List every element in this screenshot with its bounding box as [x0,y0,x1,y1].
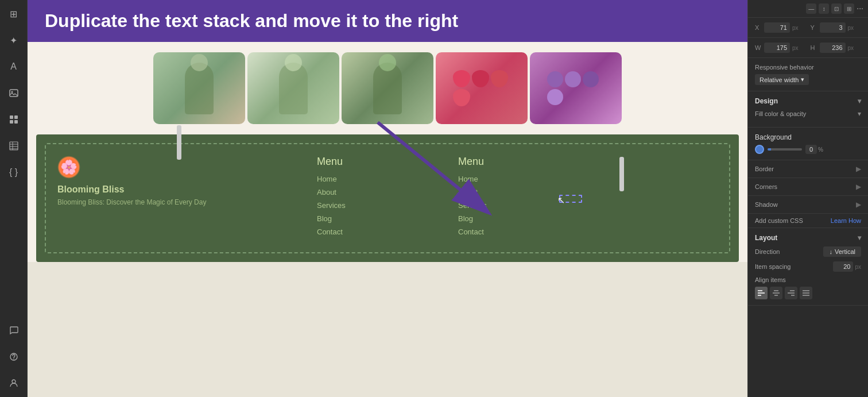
layout-section: Layout ▾ Direction ↓ Vertical Item spaci… [748,228,868,306]
footer-menu1-title: Menu [317,156,435,168]
align-center-button[interactable] [770,287,782,299]
svg-rect-16 [758,290,762,291]
tutorial-banner: Duplicate the text stack and move it to … [28,0,747,42]
align-stretch-button[interactable] [800,287,812,299]
panel-icon-2[interactable]: ↕ [819,3,829,14]
fill-row: Fill color & opacity ▾ [755,110,861,118]
panel-icon-1[interactable]: — [806,3,816,14]
direction-dropdown[interactable]: ↓ Vertical [823,246,861,257]
left-drag-handle[interactable] [177,125,181,160]
x-input[interactable] [764,22,790,33]
footer-menu-1: Menu Home About Services Blog Contact [317,156,435,241]
footer-menu2-contact: Contact [458,228,576,236]
spacing-input-group: px [833,261,861,272]
svg-rect-4 [10,120,13,124]
background-row: Background [755,133,861,141]
bg-percent: % [818,147,823,153]
design-header: Design ▾ [755,97,861,105]
svg-point-12 [13,359,14,359]
footer-brand-name: Blooming Bliss [57,184,294,195]
h-input[interactable] [820,43,846,53]
text-icon[interactable]: A [6,59,22,75]
elements-icon[interactable]: ✦ [6,32,22,48]
right-drag-handle[interactable] [619,157,624,191]
layout-label: Layout [755,234,777,242]
learn-how-link[interactable]: Learn How [831,217,861,224]
border-arrow: ▶ [856,165,861,173]
direction-value: Vertical [835,248,855,255]
bg-opacity-slider[interactable] [768,148,802,151]
footer-menu1-contact: Contact [317,228,435,236]
spacer [599,156,718,241]
background-label: Background [755,133,792,141]
xy-coords-row: X px Y px [748,18,868,38]
footer-menu-2: Menu Home About Services Blog Contact ↖ [458,156,576,241]
design-section: Design ▾ Fill color & opacity ▾ [748,91,868,128]
svg-point-1 [11,91,13,93]
photo-roses [436,52,528,124]
bg-color-dot[interactable] [755,145,764,154]
w-label: W [755,44,762,51]
layout-header: Layout ▾ [755,234,861,242]
svg-rect-23 [788,292,795,294]
media-icon[interactable] [6,85,22,101]
corners-label: Corners [755,183,777,190]
layers-icon[interactable]: ⊞ [6,6,22,22]
y-coord-group: Y px [811,22,862,33]
shadow-section[interactable]: Shadow ▶ [748,196,868,214]
item-spacing-input[interactable] [833,261,853,272]
user-icon[interactable] [6,375,22,391]
corners-section[interactable]: Corners ▶ [748,178,868,196]
panel-top-controls: — ↕ ⊡ ⊞ ··· [748,0,868,18]
footer-menu1-home: Home [317,175,435,183]
footer-menu2-title: Menu [458,156,576,168]
border-section[interactable]: Border ▶ [748,160,868,178]
main-canvas-area: Duplicate the text stack and move it to … [28,0,747,397]
svg-rect-25 [803,290,809,291]
footer-menu2-services: Services [458,201,576,210]
y-input[interactable] [820,22,846,33]
svg-rect-18 [758,295,761,296]
align-left-button[interactable] [755,287,768,299]
direction-arrow-icon: ↓ [829,248,832,255]
svg-rect-27 [803,295,809,296]
table-icon[interactable] [6,138,22,154]
shadow-arrow: ▶ [856,201,861,209]
photo-florist-2 [247,52,339,124]
footer-menu1-about: About [317,188,435,196]
comment-icon[interactable] [6,322,22,338]
border-label: Border [755,165,774,172]
selection-indicator [559,195,582,203]
photo-purple-flowers [530,52,622,124]
canvas[interactable]: 🌸 Blooming Bliss Blooming Bliss: Discove… [28,42,747,397]
components-icon[interactable] [6,111,22,128]
layout-chevron: ▾ [858,234,861,242]
code-icon[interactable]: { } [6,164,22,180]
svg-rect-0 [10,90,18,97]
design-chevron: ▾ [858,97,861,105]
left-sidebar: ⊞ ✦ A { } [0,0,28,397]
x-label: X [755,24,762,31]
wh-dims-row: W px H px [748,38,868,58]
svg-rect-17 [758,292,765,294]
w-unit: px [792,45,799,51]
footer-brand: 🌸 Blooming Bliss Blooming Bliss: Discove… [57,156,294,241]
right-panel: — ↕ ⊡ ⊞ ··· X px Y px W px H px [747,0,868,397]
svg-rect-2 [10,115,13,119]
w-input[interactable] [764,43,790,53]
align-right-button[interactable] [785,287,797,299]
panel-icon-4[interactable]: ⊞ [844,3,854,14]
item-spacing-label: Item spacing [755,263,790,270]
w-coord-group: W px [755,43,806,53]
more-options-button[interactable]: ··· [857,3,863,14]
x-coord-group: X px [755,22,806,33]
help-icon[interactable] [6,349,22,365]
h-label: H [811,44,817,51]
bg-opacity-group: 0 % [805,145,823,154]
h-unit: px [848,45,854,51]
photo-florist-1 [153,52,245,124]
responsive-dropdown[interactable]: Relative width ▾ [755,74,809,85]
direction-label: Direction [755,248,780,255]
footer-menu1-blog: Blog [317,214,435,223]
panel-icon-3[interactable]: ⊡ [831,3,842,14]
